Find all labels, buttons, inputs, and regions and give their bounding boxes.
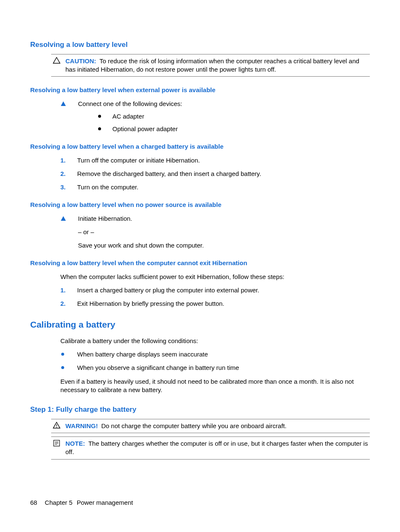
caution-callout: CAUTION:To reduce the risk of losing inf… (51, 54, 370, 77)
warning-text: Do not charge the computer battery while… (101, 422, 287, 429)
steps-cannot-exit: 1.Insert a charged battery or plug the c… (60, 286, 370, 308)
heading-no-power: Resolving a low battery level when no po… (30, 201, 370, 209)
chapter-title: Power management (77, 499, 133, 506)
step-item: 2.Exit Hibernation by briefly pressing t… (60, 300, 370, 308)
device-list: AC adapter Optional power adapter (96, 112, 370, 134)
intro-cannot-exit: When the computer lacks sufficient power… (60, 273, 370, 281)
svg-point-1 (56, 427, 57, 428)
page-footer: 68 Chapter 5 Power management (30, 498, 133, 507)
warning-callout: WARNING!Do not charge the computer batte… (51, 419, 370, 433)
note-icon (52, 439, 61, 449)
list-item: When battery charge displays seem inaccu… (60, 350, 370, 359)
step-number: 1. (60, 286, 66, 294)
calibrate-intro: Calibrate a battery under the following … (60, 337, 370, 345)
calibrate-after: Even if a battery is heavily used, it sh… (60, 377, 370, 395)
triangle-item: Initiate Hibernation. (60, 214, 370, 223)
calibrate-conditions: When battery charge displays seem inaccu… (60, 350, 370, 372)
warning-label: WARNING! (65, 422, 101, 429)
connect-devices-text: Connect one of the following devices: (78, 100, 182, 107)
step-text: Turn on the computer. (77, 183, 138, 191)
heading-external-power: Resolving a low battery level when exter… (30, 86, 370, 94)
list-item-text: Optional power adapter (112, 125, 178, 132)
or-separator: – or – (78, 228, 370, 236)
heading-step1: Step 1: Fully charge the battery (30, 405, 370, 415)
triangle-item: Connect one of the following devices: AC… (60, 100, 370, 134)
step-item: 1.Insert a charged battery or plug the c… (60, 286, 370, 294)
heading-calibrating: Calibrating a battery (30, 319, 370, 331)
list-item-text: When you observe a significant change in… (77, 364, 239, 371)
block-external-power: Connect one of the following devices: AC… (60, 100, 370, 134)
warning-icon (52, 422, 61, 431)
step-number: 2. (60, 300, 66, 308)
caution-icon (52, 57, 61, 66)
list-item: AC adapter (96, 112, 370, 121)
list-item-text: AC adapter (112, 113, 144, 120)
heading-resolving-low-battery: Resolving a low battery level (30, 40, 370, 50)
initiate-hibernation-text: Initiate Hibernation. (78, 215, 132, 222)
step-item: 2.Remove the discharged battery, and the… (60, 170, 370, 178)
heading-cannot-exit-hibernation: Resolving a low battery level when the c… (30, 259, 370, 267)
save-work-text: Save your work and shut down the compute… (78, 241, 370, 250)
page-number: 68 (30, 499, 43, 506)
caution-text: To reduce the risk of losing information… (65, 57, 359, 73)
list-item: Optional power adapter (96, 125, 370, 133)
step-number: 3. (60, 183, 66, 191)
step-number: 2. (60, 170, 66, 178)
note-text: The battery charges whether the computer… (65, 440, 368, 455)
chapter-label: Chapter 5 (45, 499, 75, 506)
triangle-icon (60, 101, 66, 109)
triangle-icon (60, 215, 66, 224)
heading-charged-battery: Resolving a low battery level when a cha… (30, 142, 370, 151)
note-label: NOTE: (65, 440, 88, 447)
list-item: When you observe a significant change in… (60, 364, 370, 372)
step-text: Remove the discharged battery, and then … (77, 170, 261, 177)
step-number: 1. (60, 156, 66, 165)
step-item: 1.Turn off the computer or initiate Hibe… (60, 156, 370, 165)
list-item-text: When battery charge displays seem inaccu… (77, 351, 208, 358)
step-text: Turn off the computer or initiate Hibern… (77, 157, 200, 164)
page-content: Resolving a low battery level CAUTION:To… (0, 0, 400, 460)
step-text: Exit Hibernation by briefly pressing the… (77, 300, 224, 307)
block-no-power: Initiate Hibernation. (60, 214, 370, 223)
steps-charged-battery: 1.Turn off the computer or initiate Hibe… (60, 156, 370, 192)
step-item: 3.Turn on the computer. (60, 183, 370, 191)
step-text: Insert a charged battery or plug the com… (77, 287, 259, 294)
note-callout: NOTE:The battery charges whether the com… (51, 436, 370, 460)
caution-label: CAUTION: (65, 57, 99, 65)
